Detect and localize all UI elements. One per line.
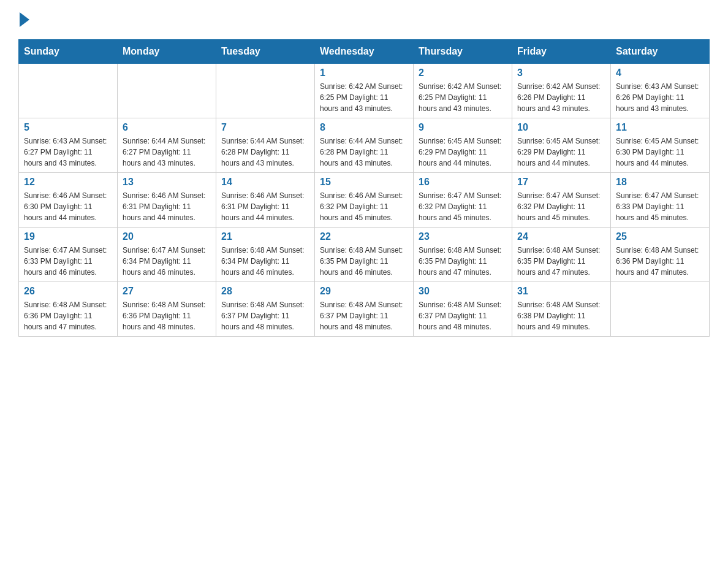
day-number: 30 [419,286,507,297]
calendar-cell: 31Sunrise: 6:48 AM Sunset: 6:38 PM Dayli… [512,282,611,337]
day-number: 18 [616,177,704,188]
calendar-cell: 16Sunrise: 6:47 AM Sunset: 6:32 PM Dayli… [414,173,512,228]
calendar-cell: 10Sunrise: 6:45 AM Sunset: 6:29 PM Dayli… [512,118,611,173]
calendar-cell: 28Sunrise: 6:48 AM Sunset: 6:37 PM Dayli… [216,282,315,337]
calendar-cell: 9Sunrise: 6:45 AM Sunset: 6:29 PM Daylig… [414,118,512,173]
calendar-week-row: 5Sunrise: 6:43 AM Sunset: 6:27 PM Daylig… [19,118,710,173]
day-number: 29 [320,286,408,297]
day-number: 10 [517,122,605,133]
calendar-cell: 4Sunrise: 6:43 AM Sunset: 6:26 PM Daylig… [611,64,710,118]
calendar-cell: 15Sunrise: 6:46 AM Sunset: 6:32 PM Dayli… [315,173,414,228]
day-number: 2 [419,67,507,79]
day-info: Sunrise: 6:48 AM Sunset: 6:38 PM Dayligh… [517,299,605,332]
day-header-monday: Monday [118,40,216,64]
day-header-thursday: Thursday [414,40,512,64]
day-number: 27 [123,286,211,297]
day-info: Sunrise: 6:44 AM Sunset: 6:27 PM Dayligh… [123,136,211,169]
day-number: 7 [221,122,309,133]
day-number: 8 [320,122,408,133]
day-info: Sunrise: 6:47 AM Sunset: 6:34 PM Dayligh… [123,245,211,278]
day-info: Sunrise: 6:48 AM Sunset: 6:37 PM Dayligh… [221,299,309,332]
calendar-cell: 11Sunrise: 6:45 AM Sunset: 6:30 PM Dayli… [611,118,710,173]
day-number: 19 [24,231,112,242]
day-info: Sunrise: 6:46 AM Sunset: 6:32 PM Dayligh… [320,190,408,223]
day-info: Sunrise: 6:45 AM Sunset: 6:30 PM Dayligh… [616,136,704,169]
calendar-cell: 20Sunrise: 6:47 AM Sunset: 6:34 PM Dayli… [118,228,216,282]
calendar-cell: 22Sunrise: 6:48 AM Sunset: 6:35 PM Dayli… [315,228,414,282]
day-number: 13 [123,177,211,188]
day-info: Sunrise: 6:48 AM Sunset: 6:37 PM Dayligh… [320,299,408,332]
page-header: Blue [18,12,710,27]
calendar-cell: 3Sunrise: 6:42 AM Sunset: 6:26 PM Daylig… [512,64,611,118]
day-info: Sunrise: 6:47 AM Sunset: 6:32 PM Dayligh… [517,190,605,223]
day-number: 21 [221,231,309,242]
calendar-cell: 2Sunrise: 6:42 AM Sunset: 6:25 PM Daylig… [414,64,512,118]
day-number: 20 [123,231,211,242]
day-info: Sunrise: 6:48 AM Sunset: 6:36 PM Dayligh… [24,299,112,332]
day-number: 15 [320,177,408,188]
day-info: Sunrise: 6:46 AM Sunset: 6:31 PM Dayligh… [221,190,309,223]
day-number: 25 [616,231,704,242]
day-info: Sunrise: 6:48 AM Sunset: 6:34 PM Dayligh… [221,245,309,278]
calendar-week-row: 26Sunrise: 6:48 AM Sunset: 6:36 PM Dayli… [19,282,710,337]
day-info: Sunrise: 6:43 AM Sunset: 6:26 PM Dayligh… [616,81,704,114]
day-header-sunday: Sunday [19,40,118,64]
calendar-cell: 23Sunrise: 6:48 AM Sunset: 6:35 PM Dayli… [414,228,512,282]
calendar-cell: 27Sunrise: 6:48 AM Sunset: 6:36 PM Dayli… [118,282,216,337]
day-info: Sunrise: 6:46 AM Sunset: 6:31 PM Dayligh… [123,190,211,223]
day-info: Sunrise: 6:47 AM Sunset: 6:33 PM Dayligh… [24,245,112,278]
calendar-cell: 21Sunrise: 6:48 AM Sunset: 6:34 PM Dayli… [216,228,315,282]
day-info: Sunrise: 6:48 AM Sunset: 6:35 PM Dayligh… [419,245,507,278]
day-number: 28 [221,286,309,297]
day-number: 26 [24,286,112,297]
day-info: Sunrise: 6:47 AM Sunset: 6:33 PM Dayligh… [616,190,704,223]
calendar-cell: 1Sunrise: 6:42 AM Sunset: 6:25 PM Daylig… [315,64,414,118]
day-number: 23 [419,231,507,242]
day-info: Sunrise: 6:48 AM Sunset: 6:35 PM Dayligh… [320,245,408,278]
calendar-cell: 13Sunrise: 6:46 AM Sunset: 6:31 PM Dayli… [118,173,216,228]
calendar-cell: 5Sunrise: 6:43 AM Sunset: 6:27 PM Daylig… [19,118,118,173]
day-number: 17 [517,177,605,188]
day-header-tuesday: Tuesday [216,40,315,64]
day-number: 6 [123,122,211,133]
day-info: Sunrise: 6:47 AM Sunset: 6:32 PM Dayligh… [419,190,507,223]
day-info: Sunrise: 6:44 AM Sunset: 6:28 PM Dayligh… [320,136,408,169]
calendar-cell: 18Sunrise: 6:47 AM Sunset: 6:33 PM Dayli… [611,173,710,228]
calendar-cell: 29Sunrise: 6:48 AM Sunset: 6:37 PM Dayli… [315,282,414,337]
calendar-cell: 30Sunrise: 6:48 AM Sunset: 6:37 PM Dayli… [414,282,512,337]
day-number: 4 [616,67,704,79]
day-number: 22 [320,231,408,242]
day-number: 5 [24,122,112,133]
day-info: Sunrise: 6:43 AM Sunset: 6:27 PM Dayligh… [24,136,112,169]
day-info: Sunrise: 6:46 AM Sunset: 6:30 PM Dayligh… [24,190,112,223]
calendar-cell [611,282,710,337]
calendar-cell: 7Sunrise: 6:44 AM Sunset: 6:28 PM Daylig… [216,118,315,173]
calendar-cell: 8Sunrise: 6:44 AM Sunset: 6:28 PM Daylig… [315,118,414,173]
day-info: Sunrise: 6:42 AM Sunset: 6:25 PM Dayligh… [320,81,408,114]
calendar-week-row: 12Sunrise: 6:46 AM Sunset: 6:30 PM Dayli… [19,173,710,228]
day-number: 14 [221,177,309,188]
day-number: 11 [616,122,704,133]
calendar-cell [216,64,315,118]
day-number: 9 [419,122,507,133]
day-number: 1 [320,67,408,79]
calendar-header-row: SundayMondayTuesdayWednesdayThursdayFrid… [19,40,710,64]
calendar-cell [118,64,216,118]
day-header-friday: Friday [512,40,611,64]
day-info: Sunrise: 6:42 AM Sunset: 6:26 PM Dayligh… [517,81,605,114]
calendar-cell: 26Sunrise: 6:48 AM Sunset: 6:36 PM Dayli… [19,282,118,337]
day-number: 3 [517,67,605,79]
calendar-week-row: 19Sunrise: 6:47 AM Sunset: 6:33 PM Dayli… [19,228,710,282]
day-info: Sunrise: 6:45 AM Sunset: 6:29 PM Dayligh… [517,136,605,169]
day-info: Sunrise: 6:45 AM Sunset: 6:29 PM Dayligh… [419,136,507,169]
day-info: Sunrise: 6:48 AM Sunset: 6:37 PM Dayligh… [419,299,507,332]
day-info: Sunrise: 6:44 AM Sunset: 6:28 PM Dayligh… [221,136,309,169]
day-number: 31 [517,286,605,297]
day-info: Sunrise: 6:48 AM Sunset: 6:36 PM Dayligh… [123,299,211,332]
calendar-week-row: 1Sunrise: 6:42 AM Sunset: 6:25 PM Daylig… [19,64,710,118]
calendar-cell: 24Sunrise: 6:48 AM Sunset: 6:35 PM Dayli… [512,228,611,282]
calendar-cell [19,64,118,118]
calendar-cell: 25Sunrise: 6:48 AM Sunset: 6:36 PM Dayli… [611,228,710,282]
calendar-cell: 12Sunrise: 6:46 AM Sunset: 6:30 PM Dayli… [19,173,118,228]
day-header-wednesday: Wednesday [315,40,414,64]
